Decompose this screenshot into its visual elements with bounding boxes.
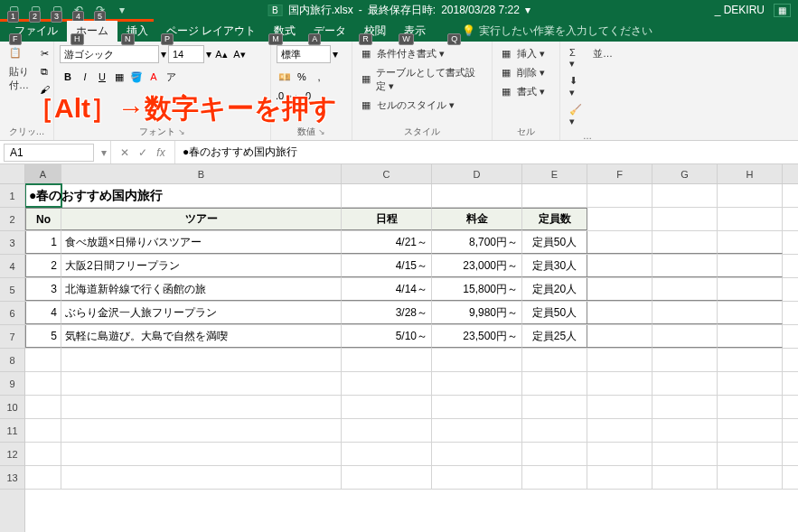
- grow-font-icon[interactable]: A▴: [213, 46, 230, 62]
- tab-p[interactable]: ページ レイアウトP: [157, 21, 265, 42]
- cell[interactable]: 1: [25, 231, 61, 254]
- cell[interactable]: [432, 372, 522, 395]
- cell[interactable]: [718, 184, 783, 207]
- cells-item[interactable]: ▦挿入 ▾: [498, 45, 549, 62]
- cell[interactable]: 北海道新幹線で行く函館の旅: [61, 278, 342, 301]
- cell[interactable]: 定員30人: [522, 255, 587, 277]
- copy-icon[interactable]: ⧉: [36, 63, 52, 79]
- cell[interactable]: [522, 184, 587, 207]
- cell[interactable]: [652, 372, 718, 395]
- cell[interactable]: [587, 278, 652, 301]
- cell[interactable]: [587, 184, 652, 207]
- row-header[interactable]: 8: [0, 349, 24, 372]
- cell[interactable]: 4/15～: [342, 255, 432, 277]
- cell[interactable]: 5/10～: [342, 325, 432, 348]
- cell[interactable]: ツアー: [61, 208, 342, 230]
- cell[interactable]: [587, 419, 652, 442]
- cell[interactable]: [25, 349, 61, 371]
- cell[interactable]: 3/28～: [342, 302, 432, 324]
- cell[interactable]: [718, 372, 783, 395]
- cell[interactable]: 2: [25, 255, 61, 277]
- cell[interactable]: [718, 255, 783, 277]
- cell[interactable]: [61, 419, 342, 442]
- col-header[interactable]: E: [522, 164, 587, 183]
- qat-button[interactable]: ▢2: [25, 2, 45, 18]
- qat-button[interactable]: ↷5: [90, 2, 110, 18]
- cell[interactable]: [432, 349, 522, 371]
- cell[interactable]: 4: [25, 302, 61, 324]
- edit-item[interactable]: ⬇ ▾: [566, 73, 586, 100]
- cell[interactable]: [652, 325, 718, 348]
- cell[interactable]: [652, 349, 718, 371]
- row-header[interactable]: 11: [0, 419, 24, 443]
- cell[interactable]: [652, 396, 718, 418]
- italic-button[interactable]: I: [77, 69, 93, 85]
- qat-customize-icon[interactable]: ▾: [112, 2, 132, 18]
- cell[interactable]: [718, 278, 783, 301]
- style-item[interactable]: ▦セルのスタイル ▾: [358, 97, 486, 114]
- style-item[interactable]: ▦条件付き書式 ▾: [358, 45, 486, 62]
- cell[interactable]: 23,000円～: [432, 255, 522, 277]
- cell[interactable]: [587, 325, 652, 348]
- cell[interactable]: 食べ放題×日帰りバスツアー: [61, 231, 342, 254]
- dec-decimal-icon[interactable]: ←.0: [294, 88, 310, 104]
- cell[interactable]: ぶらり金沢一人旅フリープラン: [61, 302, 342, 324]
- cut-icon[interactable]: ✂: [36, 45, 52, 61]
- font-name-select[interactable]: [60, 45, 159, 63]
- cell[interactable]: [342, 349, 432, 371]
- cell[interactable]: [718, 302, 783, 324]
- row-header[interactable]: 6: [0, 302, 24, 325]
- qat-button[interactable]: ▢3: [47, 2, 67, 18]
- cell[interactable]: 気軽に島遊び。大島で自然を満喫: [61, 325, 342, 348]
- tab-f[interactable]: ファイルF: [5, 21, 67, 42]
- cell[interactable]: 料金: [432, 208, 522, 230]
- cell[interactable]: [61, 372, 342, 395]
- cell[interactable]: [587, 396, 652, 418]
- cell[interactable]: [522, 372, 587, 395]
- cell[interactable]: [718, 443, 783, 465]
- cells-item[interactable]: ▦削除 ▾: [498, 64, 549, 81]
- cell[interactable]: [652, 466, 718, 489]
- cell[interactable]: [522, 419, 587, 442]
- tell-me[interactable]: 💡 実行したい作業を入力してくださいQ: [435, 21, 661, 42]
- cell[interactable]: [652, 443, 718, 465]
- cell[interactable]: [652, 184, 718, 207]
- cell[interactable]: [652, 208, 718, 230]
- cell[interactable]: [587, 208, 652, 230]
- cell[interactable]: 4/14～: [342, 278, 432, 301]
- cell[interactable]: [342, 372, 432, 395]
- cell[interactable]: [522, 349, 587, 371]
- bold-button[interactable]: B: [60, 69, 76, 85]
- cell[interactable]: 15,800円～: [432, 278, 522, 301]
- percent-icon[interactable]: %: [294, 69, 310, 85]
- cell[interactable]: [342, 466, 432, 489]
- row-header[interactable]: 5: [0, 278, 24, 302]
- cell[interactable]: [342, 443, 432, 465]
- cell[interactable]: [522, 466, 587, 489]
- row-header[interactable]: 9: [0, 372, 24, 396]
- cell[interactable]: [652, 302, 718, 324]
- edit-item[interactable]: Σ ▾: [566, 45, 586, 71]
- formula-input[interactable]: ●春のおすすめ国内旅行: [175, 143, 798, 162]
- col-header[interactable]: A: [25, 164, 61, 183]
- edit-item[interactable]: 🧹 ▾: [566, 102, 586, 129]
- format-painter-icon[interactable]: 🖌: [36, 81, 52, 98]
- comma-icon[interactable]: ,: [311, 69, 327, 85]
- cell[interactable]: [25, 372, 61, 395]
- row-header[interactable]: 13: [0, 466, 24, 490]
- cell[interactable]: [587, 443, 652, 465]
- cell[interactable]: 定員50人: [522, 302, 587, 324]
- tab-m[interactable]: 数式M: [265, 21, 305, 42]
- fill-color-button[interactable]: 🪣: [128, 69, 145, 85]
- tab-a[interactable]: データA: [305, 21, 355, 42]
- qat-button[interactable]: ▢1: [4, 2, 23, 18]
- col-header[interactable]: F: [587, 164, 652, 183]
- cell[interactable]: [25, 466, 61, 489]
- cell[interactable]: 定員50人: [522, 231, 587, 254]
- cell[interactable]: [61, 349, 342, 371]
- cell[interactable]: [342, 184, 432, 207]
- tab-w[interactable]: 表示W: [395, 21, 435, 42]
- currency-icon[interactable]: 💴: [277, 69, 293, 85]
- row-header[interactable]: 3: [0, 231, 24, 255]
- number-launcher-icon[interactable]: ↘: [318, 127, 325, 136]
